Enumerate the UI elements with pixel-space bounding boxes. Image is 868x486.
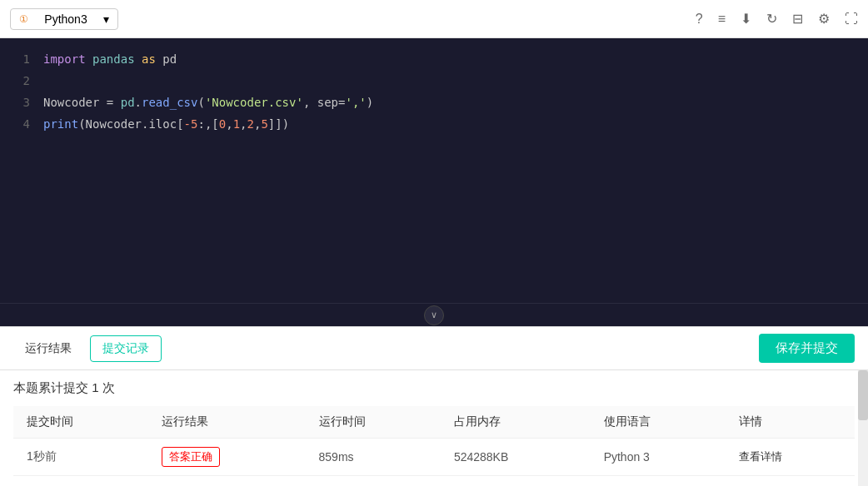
tab-submit-history[interactable]: 提交记录	[90, 335, 162, 362]
collapse-button[interactable]: ∨	[424, 305, 444, 325]
cell-detail[interactable]: 查看详情	[726, 439, 855, 476]
table-body: 1秒前 答案正确 859ms 524288KB Python 3 查看详情	[13, 439, 855, 476]
code-line-1: 1 import pandas as pd	[13, 48, 855, 70]
col-header-time: 提交时间	[13, 406, 148, 439]
toolbar-icons: ? ≡ ⬇ ↻ ⊟ ⚙ ⛶	[696, 11, 858, 27]
col-header-detail: 详情	[726, 406, 855, 439]
code-content-4: print(Nowcoder.iloc[-5:,[0,1,2,5]])	[43, 113, 289, 135]
code-line-3: 3 Nowcoder = pd.read_csv('Nowcoder.csv',…	[13, 92, 855, 113]
download-icon[interactable]: ⬇	[741, 11, 751, 27]
fullscreen-icon[interactable]: ⛶	[845, 12, 858, 27]
cell-language: Python 3	[591, 439, 726, 476]
line-number-1: 1	[13, 48, 30, 70]
code-line-2: 2	[13, 70, 855, 92]
settings-icon[interactable]: ⚙	[818, 11, 830, 27]
cell-runtime: 859ms	[306, 439, 441, 476]
python-icon: ①	[19, 13, 28, 25]
list-icon[interactable]: ≡	[718, 12, 726, 27]
collapse-handle[interactable]: ∨	[0, 303, 868, 326]
result-badge: 答案正确	[162, 447, 220, 467]
bottom-panel: 运行结果 提交记录 保存并提交 本题累计提交 1 次 提交时间 运行结果 运行时…	[0, 326, 868, 486]
tab-run-result[interactable]: 运行结果	[13, 336, 83, 361]
refresh-icon[interactable]: ↻	[766, 11, 777, 27]
col-header-memory: 占用内存	[441, 406, 591, 439]
line-number-3: 3	[13, 92, 30, 113]
help-icon[interactable]: ?	[696, 12, 703, 27]
tabs-row: 运行结果 提交记录 保存并提交	[0, 327, 868, 370]
code-lines: 1 import pandas as pd 2 3 Nowcoder = pd.…	[0, 48, 868, 135]
scrollbar-thumb[interactable]	[858, 370, 868, 420]
code-content-2	[43, 70, 50, 92]
table-row: 1秒前 答案正确 859ms 524288KB Python 3 查看详情	[13, 439, 855, 476]
save-submit-button[interactable]: 保存并提交	[759, 334, 855, 363]
results-area: 本题累计提交 1 次 提交时间 运行结果 运行时间 占用内存 使用语言 详情 1…	[0, 370, 868, 486]
code-content-3: Nowcoder = pd.read_csv('Nowcoder.csv', s…	[43, 92, 373, 113]
detail-link[interactable]: 查看详情	[739, 450, 782, 463]
line-number-4: 4	[13, 113, 30, 135]
cell-memory: 524288KB	[441, 439, 591, 476]
code-content-1: import pandas as pd	[43, 48, 177, 70]
line-number-2: 2	[13, 70, 30, 92]
col-header-language: 使用语言	[591, 406, 726, 439]
language-label: Python3	[44, 12, 87, 26]
chevron-down-icon: ▾	[103, 12, 109, 26]
total-count: 本题累计提交 1 次	[13, 380, 855, 396]
table-header: 提交时间 运行结果 运行时间 占用内存 使用语言 详情	[13, 406, 855, 439]
code-line-4: 4 print(Nowcoder.iloc[-5:,[0,1,2,5]])	[13, 113, 855, 135]
results-table: 提交时间 运行结果 运行时间 占用内存 使用语言 详情 1秒前 答案正确 859…	[13, 406, 855, 476]
col-header-runtime: 运行时间	[306, 406, 441, 439]
toolbar: ① Python3 ▾ ? ≡ ⬇ ↻ ⊟ ⚙ ⛶	[0, 0, 868, 38]
cell-time: 1秒前	[13, 439, 148, 476]
chevron-down-icon: ∨	[431, 310, 437, 320]
language-selector[interactable]: ① Python3 ▾	[10, 8, 118, 30]
tabs-left: 运行结果 提交记录	[13, 335, 162, 362]
layout-icon[interactable]: ⊟	[792, 11, 803, 27]
col-header-result: 运行结果	[148, 406, 305, 439]
cell-result: 答案正确	[148, 439, 305, 476]
scrollbar-track[interactable]	[858, 370, 868, 486]
code-editor[interactable]: 1 import pandas as pd 2 3 Nowcoder = pd.…	[0, 38, 868, 303]
